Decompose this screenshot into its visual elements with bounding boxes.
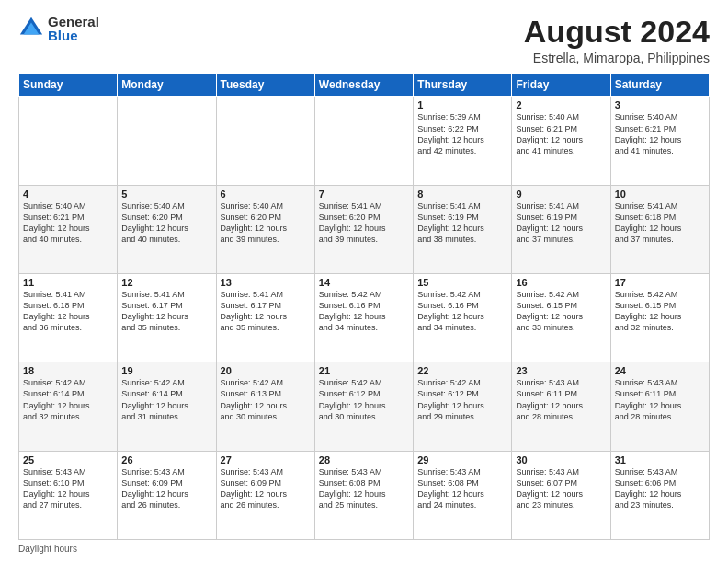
table-row: 2Sunrise: 5:40 AM Sunset: 6:21 PM Daylig… bbox=[512, 97, 610, 185]
table-row: 8Sunrise: 5:41 AM Sunset: 6:19 PM Daylig… bbox=[414, 185, 512, 273]
day-info: Sunrise: 5:42 AM Sunset: 6:12 PM Dayligh… bbox=[417, 377, 507, 422]
day-info: Sunrise: 5:41 AM Sunset: 6:17 PM Dayligh… bbox=[221, 289, 311, 334]
day-number: 21 bbox=[319, 365, 409, 376]
day-number: 27 bbox=[221, 454, 311, 465]
calendar-week-1: 1Sunrise: 5:39 AM Sunset: 6:22 PM Daylig… bbox=[19, 97, 710, 185]
table-row: 19Sunrise: 5:42 AM Sunset: 6:14 PM Dayli… bbox=[118, 362, 216, 451]
month-year: August 2024 bbox=[524, 15, 710, 49]
day-info: Sunrise: 5:43 AM Sunset: 6:11 PM Dayligh… bbox=[615, 377, 705, 422]
day-number: 5 bbox=[121, 189, 211, 200]
table-row: 6Sunrise: 5:40 AM Sunset: 6:20 PM Daylig… bbox=[216, 185, 314, 273]
table-row: 14Sunrise: 5:42 AM Sunset: 6:16 PM Dayli… bbox=[314, 274, 413, 362]
day-info: Sunrise: 5:40 AM Sunset: 6:21 PM Dayligh… bbox=[23, 201, 113, 246]
table-row: 29Sunrise: 5:43 AM Sunset: 6:08 PM Dayli… bbox=[414, 451, 512, 539]
calendar-week-3: 11Sunrise: 5:41 AM Sunset: 6:18 PM Dayli… bbox=[19, 274, 710, 362]
col-saturday: Saturday bbox=[610, 74, 709, 97]
table-row: 5Sunrise: 5:40 AM Sunset: 6:20 PM Daylig… bbox=[118, 185, 216, 273]
table-row bbox=[314, 97, 413, 185]
day-info: Sunrise: 5:43 AM Sunset: 6:07 PM Dayligh… bbox=[516, 466, 606, 511]
table-row: 18Sunrise: 5:42 AM Sunset: 6:14 PM Dayli… bbox=[19, 362, 118, 451]
title-block: August 2024 Estrella, Mimaropa, Philippi… bbox=[524, 15, 710, 65]
day-number: 10 bbox=[615, 189, 705, 200]
table-row: 17Sunrise: 5:42 AM Sunset: 6:15 PM Dayli… bbox=[610, 274, 709, 362]
location: Estrella, Mimaropa, Philippines bbox=[524, 51, 710, 65]
calendar-week-5: 25Sunrise: 5:43 AM Sunset: 6:10 PM Dayli… bbox=[19, 451, 710, 539]
col-sunday: Sunday bbox=[19, 74, 118, 97]
table-row bbox=[216, 97, 314, 185]
table-row: 21Sunrise: 5:42 AM Sunset: 6:12 PM Dayli… bbox=[314, 362, 413, 451]
day-number: 6 bbox=[221, 189, 311, 200]
day-number: 25 bbox=[23, 454, 113, 465]
day-info: Sunrise: 5:43 AM Sunset: 6:09 PM Dayligh… bbox=[121, 466, 211, 511]
table-row: 25Sunrise: 5:43 AM Sunset: 6:10 PM Dayli… bbox=[19, 451, 118, 539]
table-row: 26Sunrise: 5:43 AM Sunset: 6:09 PM Dayli… bbox=[118, 451, 216, 539]
calendar-week-4: 18Sunrise: 5:42 AM Sunset: 6:14 PM Dayli… bbox=[19, 362, 710, 451]
day-info: Sunrise: 5:41 AM Sunset: 6:19 PM Dayligh… bbox=[516, 201, 606, 246]
day-info: Sunrise: 5:41 AM Sunset: 6:18 PM Dayligh… bbox=[615, 201, 705, 246]
table-row: 24Sunrise: 5:43 AM Sunset: 6:11 PM Dayli… bbox=[610, 362, 709, 451]
day-info: Sunrise: 5:43 AM Sunset: 6:09 PM Dayligh… bbox=[221, 466, 311, 511]
col-wednesday: Wednesday bbox=[314, 74, 413, 97]
logo: General Blue bbox=[18, 15, 99, 42]
day-number: 11 bbox=[23, 277, 113, 288]
footer-note: Daylight hours bbox=[18, 544, 710, 554]
table-row: 4Sunrise: 5:40 AM Sunset: 6:21 PM Daylig… bbox=[19, 185, 118, 273]
logo-text: General Blue bbox=[48, 15, 99, 42]
day-number: 4 bbox=[23, 189, 113, 200]
table-row bbox=[19, 97, 118, 185]
logo-blue-text: Blue bbox=[48, 29, 99, 42]
day-number: 8 bbox=[417, 189, 507, 200]
day-number: 24 bbox=[615, 365, 705, 376]
col-monday: Monday bbox=[118, 74, 216, 97]
day-number: 2 bbox=[516, 99, 606, 110]
col-tuesday: Tuesday bbox=[216, 74, 314, 97]
day-info: Sunrise: 5:41 AM Sunset: 6:19 PM Dayligh… bbox=[417, 201, 507, 246]
table-row: 23Sunrise: 5:43 AM Sunset: 6:11 PM Dayli… bbox=[512, 362, 610, 451]
table-row: 20Sunrise: 5:42 AM Sunset: 6:13 PM Dayli… bbox=[216, 362, 314, 451]
day-info: Sunrise: 5:42 AM Sunset: 6:12 PM Dayligh… bbox=[319, 377, 409, 422]
table-row bbox=[118, 97, 216, 185]
table-row: 9Sunrise: 5:41 AM Sunset: 6:19 PM Daylig… bbox=[512, 185, 610, 273]
day-info: Sunrise: 5:41 AM Sunset: 6:20 PM Dayligh… bbox=[319, 201, 409, 246]
day-number: 15 bbox=[417, 277, 507, 288]
day-number: 30 bbox=[516, 454, 606, 465]
table-row: 31Sunrise: 5:43 AM Sunset: 6:06 PM Dayli… bbox=[610, 451, 709, 539]
day-number: 28 bbox=[319, 454, 409, 465]
day-number: 17 bbox=[615, 277, 705, 288]
table-row: 7Sunrise: 5:41 AM Sunset: 6:20 PM Daylig… bbox=[314, 185, 413, 273]
col-friday: Friday bbox=[512, 74, 610, 97]
calendar-week-2: 4Sunrise: 5:40 AM Sunset: 6:21 PM Daylig… bbox=[19, 185, 710, 273]
day-number: 26 bbox=[121, 454, 211, 465]
day-number: 29 bbox=[417, 454, 507, 465]
day-number: 1 bbox=[417, 99, 507, 110]
day-info: Sunrise: 5:40 AM Sunset: 6:20 PM Dayligh… bbox=[221, 201, 311, 246]
page: General Blue August 2024 Estrella, Mimar… bbox=[0, 0, 728, 563]
table-row: 16Sunrise: 5:42 AM Sunset: 6:15 PM Dayli… bbox=[512, 274, 610, 362]
day-number: 3 bbox=[615, 99, 705, 110]
day-number: 31 bbox=[615, 454, 705, 465]
day-info: Sunrise: 5:40 AM Sunset: 6:21 PM Dayligh… bbox=[516, 111, 606, 156]
day-number: 7 bbox=[319, 189, 409, 200]
day-info: Sunrise: 5:43 AM Sunset: 6:10 PM Dayligh… bbox=[23, 466, 113, 511]
table-row: 30Sunrise: 5:43 AM Sunset: 6:07 PM Dayli… bbox=[512, 451, 610, 539]
table-row: 22Sunrise: 5:42 AM Sunset: 6:12 PM Dayli… bbox=[414, 362, 512, 451]
table-row: 11Sunrise: 5:41 AM Sunset: 6:18 PM Dayli… bbox=[19, 274, 118, 362]
day-number: 9 bbox=[516, 189, 606, 200]
day-number: 16 bbox=[516, 277, 606, 288]
day-info: Sunrise: 5:42 AM Sunset: 6:15 PM Dayligh… bbox=[615, 289, 705, 334]
calendar-table: Sunday Monday Tuesday Wednesday Thursday… bbox=[18, 73, 710, 540]
table-row: 13Sunrise: 5:41 AM Sunset: 6:17 PM Dayli… bbox=[216, 274, 314, 362]
day-info: Sunrise: 5:42 AM Sunset: 6:16 PM Dayligh… bbox=[319, 289, 409, 334]
day-info: Sunrise: 5:40 AM Sunset: 6:20 PM Dayligh… bbox=[121, 201, 211, 246]
table-row: 3Sunrise: 5:40 AM Sunset: 6:21 PM Daylig… bbox=[610, 97, 709, 185]
day-info: Sunrise: 5:43 AM Sunset: 6:11 PM Dayligh… bbox=[516, 377, 606, 422]
day-info: Sunrise: 5:42 AM Sunset: 6:16 PM Dayligh… bbox=[417, 289, 507, 334]
day-number: 20 bbox=[221, 365, 311, 376]
day-info: Sunrise: 5:43 AM Sunset: 6:06 PM Dayligh… bbox=[615, 466, 705, 511]
day-info: Sunrise: 5:39 AM Sunset: 6:22 PM Dayligh… bbox=[417, 111, 507, 156]
table-row: 1Sunrise: 5:39 AM Sunset: 6:22 PM Daylig… bbox=[414, 97, 512, 185]
table-row: 28Sunrise: 5:43 AM Sunset: 6:08 PM Dayli… bbox=[314, 451, 413, 539]
table-row: 15Sunrise: 5:42 AM Sunset: 6:16 PM Dayli… bbox=[414, 274, 512, 362]
day-number: 13 bbox=[221, 277, 311, 288]
day-info: Sunrise: 5:43 AM Sunset: 6:08 PM Dayligh… bbox=[319, 466, 409, 511]
